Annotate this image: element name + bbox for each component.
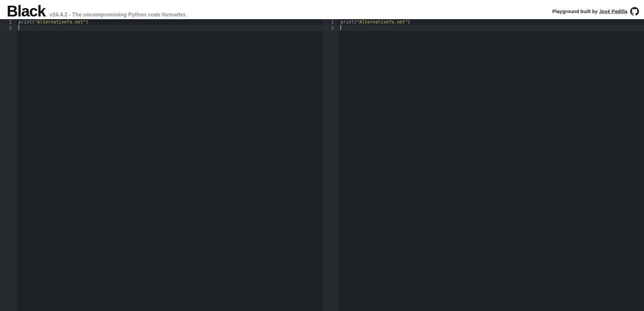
string-token: "AlternativeTo.net" [35, 20, 86, 25]
print-margin-ruler [555, 19, 556, 311]
paren-token: ( [354, 20, 357, 25]
editor-split-view: 1 2 print("AlternativeTo.net") 1 2 print… [0, 19, 644, 311]
credit-prefix: Playground built by [552, 9, 599, 14]
right-line-numbers: 1 2 [322, 19, 339, 31]
paren-token: ( [32, 20, 35, 25]
text-cursor [340, 25, 341, 30]
left-code-area: print("AlternativeTo.net") [17, 19, 322, 31]
text-cursor [18, 25, 19, 30]
line-number: 1 [322, 19, 339, 25]
function-token: print [18, 20, 32, 25]
app-logo: Black [7, 5, 45, 18]
function-token: print [340, 20, 354, 25]
output-editor[interactable]: 1 2 print("AlternativeTo.net") [322, 19, 644, 311]
paren-token: ) [408, 20, 410, 25]
right-gutter [322, 19, 339, 311]
code-line [339, 25, 644, 31]
code-line: print("AlternativeTo.net") [339, 19, 644, 25]
code-line [17, 25, 322, 31]
github-icon [630, 11, 639, 17]
version-tagline: v24.4.2 - The uncompromising Python code… [49, 12, 187, 18]
paren-token: ) [86, 20, 88, 25]
left-line-numbers: 1 2 [0, 19, 17, 31]
right-code-area: print("AlternativeTo.net") [339, 19, 644, 31]
app-header: Black v24.4.2 - The uncompromising Pytho… [0, 0, 644, 19]
print-margin-ruler [233, 19, 234, 311]
brand: Black v24.4.2 - The uncompromising Pytho… [7, 5, 187, 18]
line-number: 2 [0, 25, 17, 31]
github-link[interactable] [630, 7, 639, 16]
code-line: print("AlternativeTo.net") [17, 19, 322, 25]
author-link[interactable]: José Padilla [599, 9, 627, 14]
left-gutter [0, 19, 17, 311]
string-token: "AlternativeTo.net" [357, 20, 408, 25]
line-number: 2 [322, 25, 339, 31]
source-editor[interactable]: 1 2 print("AlternativeTo.net") [0, 19, 322, 311]
line-number: 1 [0, 19, 17, 25]
credit: Playground built by José Padilla [552, 7, 639, 16]
